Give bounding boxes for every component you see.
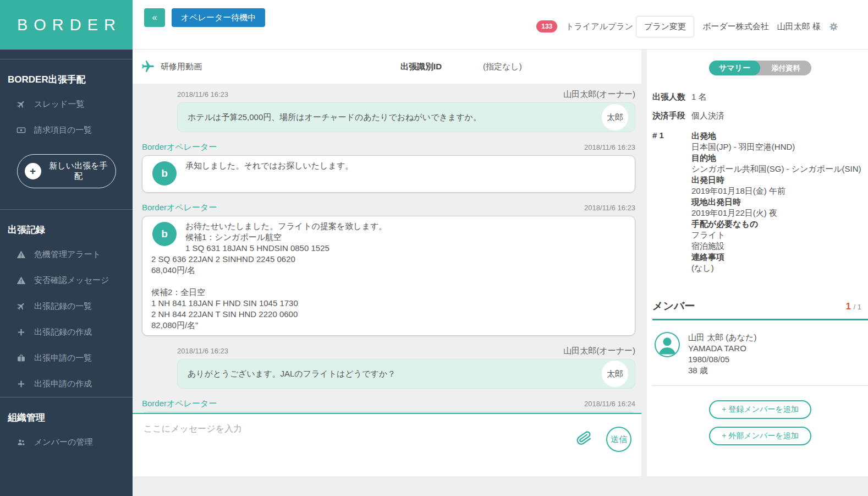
message-text-line: 候補1：シンガポール航空: [151, 232, 626, 243]
sidebar-item-label: 安否確認メッセージ: [34, 275, 109, 286]
add-external-member-button[interactable]: + 外部メンバーを追加: [709, 427, 811, 445]
plan-change-button[interactable]: プラン変更: [636, 16, 694, 37]
add-registered-member-button[interactable]: + 登録メンバーを追加: [709, 400, 811, 419]
avatar: b: [152, 222, 177, 246]
field-value: 日本国(JP) - 羽田空港(HND): [691, 141, 861, 152]
message-text-line: 2 SQ 636 22JAN 2 SINHND 2245 0620: [151, 254, 626, 265]
message-text-line: 2 NH 844 22JAN T SIN HND 2220 0600: [151, 309, 626, 320]
sidebar-item-label: 出張申請の作成: [34, 379, 92, 389]
sidebar-item-billing[interactable]: 請求項目の一覧: [0, 117, 133, 143]
member-birthday: 1980/08/05: [688, 354, 756, 365]
thread-title: 研修用動画: [161, 62, 202, 72]
message-sender-name: Borderオペレーター: [142, 399, 217, 409]
message-meta: Borderオペレーター 2018/11/6 16:23: [142, 203, 635, 213]
trip-id-label: 出張識別ID: [400, 62, 442, 72]
field-label: 出発日時: [691, 175, 861, 186]
tab-attachments[interactable]: 添付資料: [760, 61, 811, 75]
chat-message-operator: Borderオペレーター 2018/11/6 16:24 b JALに関しても同…: [142, 399, 635, 413]
message-meta: Borderオペレーター 2018/11/6 16:23: [142, 142, 635, 152]
summary-value: 個人決済: [691, 111, 724, 121]
message-bubble: ありがとうございます。JALのフライトはどうですか？ 太郎: [177, 359, 635, 389]
paperclip-icon: [575, 429, 593, 447]
sidebar-item-label: メンバーの管理: [34, 437, 92, 448]
sidebar-item-label: 危機管理アラート: [34, 249, 101, 260]
trip-detail-block: # 1 出発地 日本国(JP) - 羽田空港(HND) 目的地 シンガポール共和…: [652, 130, 868, 274]
field-value: 2019年01月18日(金) 午前: [691, 186, 861, 197]
new-trip-button[interactable]: + 新しい出張を手配: [17, 154, 116, 188]
sidebar-item-trip-request-list[interactable]: 出張申請の一覧: [0, 345, 133, 371]
topbar: « オペレーター待機中 133 トライアルプラン プラン変更 ボーダー株式会社 …: [133, 0, 868, 50]
message-sender-name: Borderオペレーター: [142, 142, 217, 152]
chat-message-user: 2018/11/6 16:23 山田太郎(オーナー) ホテルは予算25,000円…: [177, 89, 635, 132]
plan-name-label: トライアルプラン: [565, 21, 633, 32]
panel-tabs: サマリー 添付資料: [709, 61, 811, 75]
content-row: 研修用動画 出張識別ID (指定なし) 2018/11/6 16:23 山田太郎…: [133, 50, 868, 476]
sidebar-item-trip-record-create[interactable]: 出張記録の作成: [0, 319, 133, 345]
members-section: メンバー 1 / 1 山田 太郎 (あなた) YAMADA TARO 1980/…: [652, 299, 868, 445]
message-sender-name: 山田太郎(オーナー): [563, 346, 635, 356]
message-bubble: ホテルは予算25,000円、場所はオーチャードのあたりでおねがいできますか。 太…: [177, 102, 635, 132]
chat-message-user: 2018/11/6 16:23 山田太郎(オーナー) ありがとうございます。JA…: [177, 346, 635, 389]
user-name-label: 山田太郎 様: [777, 21, 821, 32]
summary-panel: サマリー 添付資料 出張人数 1 名 決済手段 個人決済 # 1 出発地 日本国…: [647, 50, 868, 476]
sidebar-item-label: 出張記録の一覧: [34, 301, 92, 312]
chat-panel-divider: [641, 50, 647, 476]
summary-row: 決済手段 個人決済: [652, 111, 868, 121]
plane-icon: [14, 97, 28, 111]
field-label: 連絡事項: [691, 252, 861, 263]
message-timestamp: 2018/11/6 16:24: [584, 400, 635, 408]
briefcase-icon: [17, 353, 26, 363]
field-label: 現地出発日時: [691, 197, 861, 208]
plus-icon: [17, 328, 26, 337]
field-value: フライト: [691, 230, 861, 241]
sidebar-section-title-org: 組織管理: [0, 397, 133, 429]
member-name: 山田 太郎 (あなた): [688, 332, 756, 343]
tab-summary[interactable]: サマリー: [709, 61, 760, 75]
gear-icon[interactable]: [829, 22, 838, 31]
company-name-label: ボーダー株式会社: [702, 21, 769, 32]
message-meta: 2018/11/6 16:23 山田太郎(オーナー): [177, 89, 635, 100]
summary-row: 出張人数 1 名: [652, 92, 868, 102]
field-value: シンガポール共和国(SG) - シンガポール(SIN): [691, 163, 861, 175]
sidebar-item-safety-message[interactable]: 安否確認メッセージ: [0, 268, 133, 293]
new-trip-button-label: 新しい出張を手配: [47, 161, 110, 182]
attach-file-button[interactable]: [576, 430, 592, 448]
message-meta: Borderオペレーター 2018/11/6 16:24: [142, 399, 635, 409]
sidebar-item-label: 請求項目の一覧: [34, 125, 92, 135]
field-value: 宿泊施設: [691, 241, 861, 252]
sidebar-item-label: 出張申請の一覧: [34, 353, 92, 363]
message-bubble: b お待たせいたしました。フライトの提案を致します。 候補1：シンガポール航空 …: [142, 216, 635, 336]
people-icon: [17, 438, 26, 447]
message-input-placeholder: ここにメッセージを入力: [144, 424, 242, 433]
trip-index: # 1: [652, 130, 691, 274]
members-count: 1 / 1: [846, 301, 868, 312]
message-text: ありがとうございます。JALのフライトはどうですか？: [188, 369, 395, 378]
members-title: メンバー: [652, 299, 695, 313]
operator-status-button[interactable]: オペレーター待機中: [172, 8, 265, 27]
chat-message-list[interactable]: 2018/11/6 16:23 山田太郎(オーナー) ホテルは予算25,000円…: [133, 84, 641, 413]
sidebar-item-trip-records-list[interactable]: 出張記録の一覧: [0, 293, 133, 319]
plus-icon: [17, 379, 26, 389]
brand-logo: BORDER: [0, 0, 133, 50]
sidebar-item-threads[interactable]: スレッド一覧: [0, 91, 133, 117]
sidebar-item-member-management[interactable]: メンバーの管理: [0, 429, 133, 455]
chat-column: 研修用動画 出張識別ID (指定なし) 2018/11/6 16:23 山田太郎…: [133, 50, 641, 476]
message-input-area[interactable]: ここにメッセージを入力 送信: [133, 413, 641, 476]
member-age: 38 歳: [688, 365, 756, 376]
chat-message-operator: Borderオペレーター 2018/11/6 16:23 b お待たせいたしまし…: [142, 203, 635, 336]
main-area: « オペレーター待機中 133 トライアルプラン プラン変更 ボーダー株式会社 …: [133, 0, 868, 496]
sidebar-item-crisis-alert[interactable]: 危機管理アラート: [0, 242, 133, 268]
field-value: (なし): [691, 263, 861, 274]
message-text: 承知しました。それではお探しいたします。: [185, 161, 353, 170]
field-label: 手配が必要なもの: [691, 219, 861, 230]
topbar-right-cluster: 133 トライアルプラン プラン変更 ボーダー株式会社 山田太郎 様: [536, 15, 838, 37]
message-text-line: 82,080円/名": [151, 320, 626, 331]
send-button[interactable]: 送信: [606, 427, 631, 452]
sidebar-item-trip-request-create[interactable]: 出張申請の作成: [0, 371, 133, 397]
sidebar-collapse-button[interactable]: «: [144, 8, 165, 27]
chat-header: 研修用動画 出張識別ID (指定なし): [133, 50, 641, 84]
message-text-line: 1 NH 841 18JAN F HND SIN 1045 1730: [151, 298, 626, 309]
message-meta: 2018/11/6 16:23 山田太郎(オーナー): [177, 346, 635, 356]
sidebar: BORDER BORDER出張手配 スレッド一覧 請求項目の一覧 + 新しい出張…: [0, 0, 133, 496]
sidebar-section-title-records: 出張記録: [0, 210, 133, 242]
